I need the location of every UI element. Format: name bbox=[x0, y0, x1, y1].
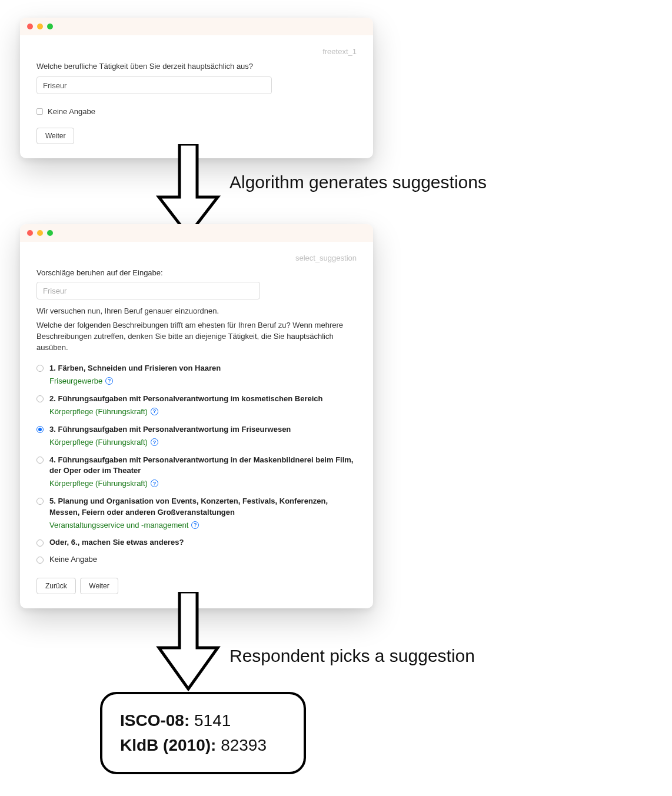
zoom-icon[interactable] bbox=[47, 230, 53, 236]
suggestion-option: 5. Planung und Organisation von Events, … bbox=[36, 496, 357, 529]
suggestion-title: 1. Färben, Schneiden und Frisieren von H… bbox=[49, 363, 221, 374]
arrow-label-2: Respondent picks a suggestion bbox=[229, 646, 475, 666]
screen-id-label: select_suggestion bbox=[36, 254, 357, 262]
no-answer-checkbox[interactable] bbox=[36, 108, 43, 115]
suggestion-radio[interactable] bbox=[36, 426, 44, 433]
close-icon[interactable] bbox=[27, 24, 33, 29]
suggestion-title: 2. Führungsaufgaben mit Personalverantwo… bbox=[49, 394, 323, 404]
suggestion-option: 4. Führungsaufgaben mit Personalverantwo… bbox=[36, 455, 357, 488]
suggestion-title: 5. Planung und Organisation von Events, … bbox=[49, 496, 357, 517]
kldb-key: KldB (2010): bbox=[120, 736, 216, 754]
suggestion-radio[interactable] bbox=[36, 498, 44, 505]
window-select-suggestion: select_suggestion Vorschläge beruhen auf… bbox=[20, 224, 373, 608]
intro-label-1: Vorschläge beruhen auf der Eingabe: bbox=[36, 268, 357, 277]
arrow-picks: Respondent picks a suggestion bbox=[153, 592, 672, 692]
minimize-icon[interactable] bbox=[37, 230, 43, 236]
kldb-value: 82393 bbox=[221, 736, 267, 754]
suggestion-radio[interactable] bbox=[36, 457, 44, 464]
minimize-icon[interactable] bbox=[37, 24, 43, 29]
suggestion-title: 3. Führungsaufgaben mit Personalverantwo… bbox=[49, 424, 291, 435]
result-codes-box: ISCO-08: 5141 KldB (2010): 82393 bbox=[100, 692, 306, 774]
intro-label-2: Wir versuchen nun, Ihren Beruf genauer e… bbox=[36, 307, 357, 315]
isco-key: ISCO-08: bbox=[120, 711, 189, 730]
suggestion-category: Veranstaltungsservice und -management bbox=[49, 521, 188, 529]
window-titlebar bbox=[20, 224, 373, 242]
window-freetext: freetext_1 Welche berufliche Tätigkeit ü… bbox=[20, 18, 373, 158]
suggestion-option: 1. Färben, Schneiden und Frisieren von H… bbox=[36, 363, 357, 385]
suggestion-radio[interactable] bbox=[36, 395, 44, 402]
help-icon[interactable]: ? bbox=[105, 377, 113, 385]
next-button[interactable]: Weiter bbox=[36, 128, 74, 144]
window-titlebar bbox=[20, 18, 373, 35]
no-answer-label: Keine Angabe bbox=[48, 107, 95, 116]
help-icon[interactable]: ? bbox=[151, 479, 158, 487]
other-option-label: Oder, 6., machen Sie etwas anderes? bbox=[49, 538, 184, 547]
close-icon[interactable] bbox=[27, 230, 33, 236]
help-icon[interactable]: ? bbox=[151, 408, 158, 415]
back-button[interactable]: Zurück bbox=[36, 578, 76, 594]
suggestion-category: Körperpflege (Führungskraft) bbox=[49, 407, 148, 416]
arrow-label-1: Algorithm generates suggestions bbox=[229, 172, 487, 192]
suggestion-category: Körperpflege (Führungskraft) bbox=[49, 438, 148, 447]
help-icon[interactable]: ? bbox=[191, 521, 199, 529]
suggestion-title: 4. Führungsaufgaben mit Personalverantwo… bbox=[49, 455, 357, 476]
suggestion-radio[interactable] bbox=[36, 365, 44, 372]
isco-value: 5141 bbox=[194, 711, 231, 730]
zoom-icon[interactable] bbox=[47, 24, 53, 29]
no-answer-radio[interactable] bbox=[36, 557, 44, 564]
help-icon[interactable]: ? bbox=[151, 438, 158, 446]
suggestion-category: Körperpflege (Führungskraft) bbox=[49, 479, 148, 488]
suggestion-option: 2. Führungsaufgaben mit Personalverantwo… bbox=[36, 394, 357, 416]
intro-label-3: Welche der folgenden Beschreibungen trif… bbox=[36, 320, 357, 354]
suggestion-option: 3. Führungsaufgaben mit Personalverantwo… bbox=[36, 424, 357, 447]
no-answer-label: Keine Angabe bbox=[49, 555, 97, 564]
other-option-radio[interactable] bbox=[36, 539, 44, 547]
suggestion-category: Friseurgewerbe bbox=[49, 377, 102, 385]
screen-id-label: freetext_1 bbox=[36, 47, 357, 56]
previous-input-display bbox=[36, 282, 260, 299]
question-label: Welche berufliche Tätigkeit üben Sie der… bbox=[36, 62, 357, 71]
occupation-input[interactable] bbox=[36, 76, 272, 94]
next-button[interactable]: Weiter bbox=[80, 578, 118, 594]
